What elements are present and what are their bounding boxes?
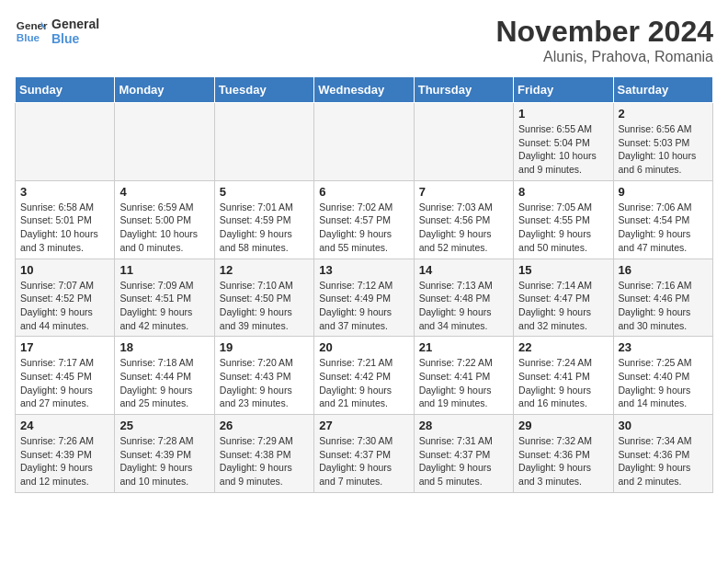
calendar-cell: 30Sunrise: 7:34 AM Sunset: 4:36 PM Dayli… xyxy=(613,415,712,493)
calendar-cell: 28Sunrise: 7:31 AM Sunset: 4:37 PM Dayli… xyxy=(414,415,513,493)
calendar-cell: 4Sunrise: 6:59 AM Sunset: 5:00 PM Daylig… xyxy=(115,180,214,259)
day-number: 18 xyxy=(119,340,209,354)
day-number: 8 xyxy=(518,185,608,199)
day-number: 30 xyxy=(619,419,708,432)
day-info: Sunrise: 6:56 AM Sunset: 5:03 PM Dayligh… xyxy=(619,122,708,177)
calendar-cell: 29Sunrise: 7:32 AM Sunset: 4:36 PM Dayli… xyxy=(514,415,613,493)
day-info: Sunrise: 6:55 AM Sunset: 5:04 PM Dayligh… xyxy=(518,122,608,177)
day-info: Sunrise: 7:14 AM Sunset: 4:47 PM Dayligh… xyxy=(518,279,608,333)
day-info: Sunrise: 7:22 AM Sunset: 4:41 PM Dayligh… xyxy=(419,356,508,410)
title-area: November 2024 Alunis, Prahova, Romania xyxy=(495,15,713,65)
day-number: 13 xyxy=(319,263,408,277)
day-number: 6 xyxy=(319,185,408,199)
week-row-5: 24Sunrise: 7:26 AM Sunset: 4:39 PM Dayli… xyxy=(16,415,713,493)
weekday-header-sunday: Sunday xyxy=(16,77,115,103)
day-number: 7 xyxy=(419,185,508,199)
day-number: 9 xyxy=(619,185,708,199)
calendar-cell xyxy=(314,103,414,181)
weekday-header-saturday: Saturday xyxy=(613,77,712,103)
week-row-2: 3Sunrise: 6:58 AM Sunset: 5:01 PM Daylig… xyxy=(16,180,713,259)
day-info: Sunrise: 6:59 AM Sunset: 5:00 PM Dayligh… xyxy=(119,201,209,255)
day-number: 22 xyxy=(518,340,608,354)
day-info: Sunrise: 7:34 AM Sunset: 4:36 PM Dayligh… xyxy=(619,434,708,488)
calendar-cell: 7Sunrise: 7:03 AM Sunset: 4:56 PM Daylig… xyxy=(414,180,513,259)
day-info: Sunrise: 7:32 AM Sunset: 4:36 PM Dayligh… xyxy=(518,434,608,488)
calendar-cell: 2Sunrise: 6:56 AM Sunset: 5:03 PM Daylig… xyxy=(613,103,712,181)
calendar-cell: 5Sunrise: 7:01 AM Sunset: 4:59 PM Daylig… xyxy=(214,180,313,259)
day-number: 3 xyxy=(20,185,109,199)
month-title: November 2024 xyxy=(495,15,713,49)
day-number: 17 xyxy=(20,340,109,354)
day-info: Sunrise: 7:01 AM Sunset: 4:59 PM Dayligh… xyxy=(220,201,309,255)
location-subtitle: Alunis, Prahova, Romania xyxy=(495,49,713,65)
day-number: 23 xyxy=(619,340,708,354)
day-info: Sunrise: 7:09 AM Sunset: 4:51 PM Dayligh… xyxy=(119,279,209,333)
calendar-cell: 14Sunrise: 7:13 AM Sunset: 4:48 PM Dayli… xyxy=(414,259,513,337)
day-info: Sunrise: 7:06 AM Sunset: 4:54 PM Dayligh… xyxy=(619,201,708,255)
calendar-cell xyxy=(214,103,313,181)
header: General Blue General Blue November 2024 … xyxy=(15,15,713,65)
day-info: Sunrise: 7:21 AM Sunset: 4:42 PM Dayligh… xyxy=(319,356,408,410)
calendar-cell xyxy=(16,103,115,181)
calendar-table: SundayMondayTuesdayWednesdayThursdayFrid… xyxy=(15,76,713,493)
day-info: Sunrise: 7:03 AM Sunset: 4:56 PM Dayligh… xyxy=(419,201,508,255)
day-number: 5 xyxy=(220,185,309,199)
logo-line2: Blue xyxy=(51,31,99,46)
week-row-3: 10Sunrise: 7:07 AM Sunset: 4:52 PM Dayli… xyxy=(16,259,713,337)
weekday-header-tuesday: Tuesday xyxy=(214,77,313,103)
week-row-1: 1Sunrise: 6:55 AM Sunset: 5:04 PM Daylig… xyxy=(16,103,713,181)
day-info: Sunrise: 7:05 AM Sunset: 4:55 PM Dayligh… xyxy=(518,201,608,255)
day-number: 25 xyxy=(119,419,209,432)
day-number: 21 xyxy=(419,340,508,354)
calendar-cell: 1Sunrise: 6:55 AM Sunset: 5:04 PM Daylig… xyxy=(514,103,613,181)
weekday-header-thursday: Thursday xyxy=(414,77,513,103)
day-info: Sunrise: 7:20 AM Sunset: 4:43 PM Dayligh… xyxy=(220,356,309,410)
day-info: Sunrise: 7:02 AM Sunset: 4:57 PM Dayligh… xyxy=(319,201,408,255)
logo: General Blue General Blue xyxy=(15,15,99,48)
calendar-cell: 9Sunrise: 7:06 AM Sunset: 4:54 PM Daylig… xyxy=(613,180,712,259)
calendar-cell: 19Sunrise: 7:20 AM Sunset: 4:43 PM Dayli… xyxy=(214,337,313,415)
weekday-header-wednesday: Wednesday xyxy=(314,77,414,103)
day-info: Sunrise: 7:12 AM Sunset: 4:49 PM Dayligh… xyxy=(319,279,408,333)
svg-text:Blue: Blue xyxy=(17,31,40,43)
day-info: Sunrise: 7:13 AM Sunset: 4:48 PM Dayligh… xyxy=(419,279,508,333)
day-info: Sunrise: 7:28 AM Sunset: 4:39 PM Dayligh… xyxy=(119,434,209,488)
calendar-cell: 8Sunrise: 7:05 AM Sunset: 4:55 PM Daylig… xyxy=(514,180,613,259)
day-number: 20 xyxy=(319,340,408,354)
calendar-cell: 23Sunrise: 7:25 AM Sunset: 4:40 PM Dayli… xyxy=(613,337,712,415)
calendar-cell: 13Sunrise: 7:12 AM Sunset: 4:49 PM Dayli… xyxy=(314,259,414,337)
day-info: Sunrise: 6:58 AM Sunset: 5:01 PM Dayligh… xyxy=(20,201,109,255)
calendar-cell xyxy=(115,103,214,181)
day-number: 15 xyxy=(518,263,608,277)
day-info: Sunrise: 7:17 AM Sunset: 4:45 PM Dayligh… xyxy=(20,356,109,410)
day-number: 11 xyxy=(119,263,209,277)
day-number: 14 xyxy=(419,263,508,277)
day-number: 10 xyxy=(20,263,109,277)
day-number: 28 xyxy=(419,419,508,432)
day-number: 29 xyxy=(518,419,608,432)
calendar-cell xyxy=(414,103,513,181)
day-number: 27 xyxy=(319,419,408,432)
weekday-header-row: SundayMondayTuesdayWednesdayThursdayFrid… xyxy=(16,77,713,103)
day-info: Sunrise: 7:26 AM Sunset: 4:39 PM Dayligh… xyxy=(20,434,109,488)
day-info: Sunrise: 7:29 AM Sunset: 4:38 PM Dayligh… xyxy=(220,434,309,488)
weekday-header-monday: Monday xyxy=(115,77,214,103)
calendar-cell: 3Sunrise: 6:58 AM Sunset: 5:01 PM Daylig… xyxy=(16,180,115,259)
day-number: 26 xyxy=(220,419,309,432)
calendar-cell: 12Sunrise: 7:10 AM Sunset: 4:50 PM Dayli… xyxy=(214,259,313,337)
day-number: 12 xyxy=(220,263,309,277)
week-row-4: 17Sunrise: 7:17 AM Sunset: 4:45 PM Dayli… xyxy=(16,337,713,415)
calendar-cell: 22Sunrise: 7:24 AM Sunset: 4:41 PM Dayli… xyxy=(514,337,613,415)
calendar-cell: 17Sunrise: 7:17 AM Sunset: 4:45 PM Dayli… xyxy=(16,337,115,415)
day-number: 16 xyxy=(619,263,708,277)
day-info: Sunrise: 7:25 AM Sunset: 4:40 PM Dayligh… xyxy=(619,356,708,410)
day-number: 4 xyxy=(119,185,209,199)
day-number: 19 xyxy=(220,340,309,354)
calendar-cell: 27Sunrise: 7:30 AM Sunset: 4:37 PM Dayli… xyxy=(314,415,414,493)
calendar-cell: 24Sunrise: 7:26 AM Sunset: 4:39 PM Dayli… xyxy=(16,415,115,493)
calendar-cell: 20Sunrise: 7:21 AM Sunset: 4:42 PM Dayli… xyxy=(314,337,414,415)
calendar-cell: 25Sunrise: 7:28 AM Sunset: 4:39 PM Dayli… xyxy=(115,415,214,493)
calendar-cell: 11Sunrise: 7:09 AM Sunset: 4:51 PM Dayli… xyxy=(115,259,214,337)
logo-line1: General xyxy=(51,17,99,31)
calendar-cell: 15Sunrise: 7:14 AM Sunset: 4:47 PM Dayli… xyxy=(514,259,613,337)
